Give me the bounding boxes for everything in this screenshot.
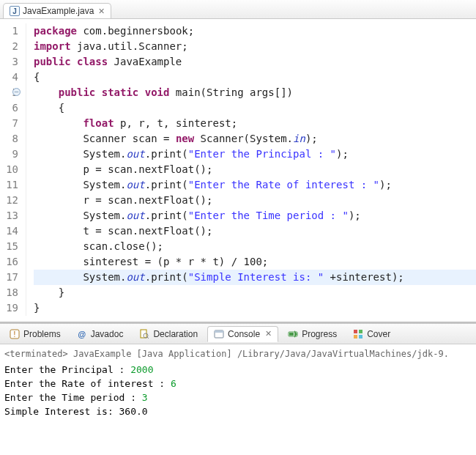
code-line[interactable]: t = scan.nextFloat();: [34, 223, 476, 239]
close-icon[interactable]: ✕: [98, 7, 105, 16]
declaration-icon: [139, 329, 149, 339]
line-number: 19: [4, 300, 18, 316]
editor-tab-javaexample[interactable]: J JavaExample.java ✕: [3, 3, 111, 18]
code-line[interactable]: {: [34, 100, 476, 116]
svg-rect-11: [354, 335, 357, 339]
line-number: 15: [4, 239, 18, 254]
tab-javadoc[interactable]: @ Javadoc: [70, 326, 130, 342]
tab-console[interactable]: Console ✕: [207, 326, 278, 342]
line-number: 5–: [4, 85, 18, 100]
tab-problems[interactable]: ! Problems: [3, 326, 67, 342]
tab-progress[interactable]: Progress: [281, 326, 343, 342]
code-line[interactable]: r = scan.nextFloat();: [34, 193, 476, 208]
progress-icon: [288, 329, 298, 339]
svg-rect-10: [359, 330, 362, 333]
bottom-panel: ! Problems @ Javadoc Declaration Console…: [0, 322, 476, 421]
bottom-tab-bar: ! Problems @ Javadoc Declaration Console…: [0, 324, 476, 344]
tab-label: Progress: [302, 329, 337, 339]
editor-tab-label: JavaExample.java: [23, 6, 94, 16]
svg-rect-9: [354, 330, 357, 333]
tab-label: Javadoc: [91, 329, 124, 339]
code-line[interactable]: System.out.print("Enter the Principal : …: [34, 147, 476, 162]
code-line[interactable]: scan.close();: [34, 239, 476, 254]
console-line: Enter the Time period : 3: [4, 391, 472, 404]
svg-rect-12: [359, 335, 362, 339]
coverage-icon: [353, 329, 363, 339]
line-number: 17: [4, 270, 18, 285]
console-process-header: <terminated> JavaExample [Java Applicati…: [4, 347, 472, 361]
code-line[interactable]: System.out.print("Enter the Time period …: [34, 208, 476, 223]
code-line[interactable]: Scanner scan = new Scanner(System.in);: [34, 131, 476, 147]
tab-label: Declaration: [153, 329, 198, 339]
console-line: Enter the Rate of interest : 6: [4, 377, 472, 391]
svg-line-4: [147, 337, 149, 339]
code-line[interactable]: public class JavaExample: [34, 54, 476, 70]
editor-pane: J JavaExample.java ✕ 12345–6789101112131…: [0, 0, 476, 322]
line-number: 18: [4, 285, 18, 300]
console-icon: [214, 329, 224, 339]
close-icon[interactable]: ✕: [265, 329, 272, 339]
line-number: 1: [4, 23, 18, 39]
code-line[interactable]: }: [34, 285, 476, 300]
line-number: 16: [4, 254, 18, 270]
line-number: 10: [4, 162, 18, 177]
tab-label: Problems: [23, 329, 61, 339]
fold-toggle-icon[interactable]: –: [12, 88, 21, 96]
code-line[interactable]: System.out.print("Simple Interest is: " …: [34, 270, 476, 285]
code-line[interactable]: }: [34, 300, 476, 316]
code-body[interactable]: package com.beginnersbook;import java.ut…: [26, 23, 476, 316]
line-number: 11: [4, 177, 18, 193]
tab-coverage[interactable]: Cover: [346, 326, 397, 342]
code-editor[interactable]: 12345–678910111213141516171819 package c…: [0, 19, 476, 322]
console-line: Simple Interest is: 360.0: [4, 404, 472, 418]
svg-rect-6: [215, 330, 223, 333]
tab-label: Cover: [367, 329, 390, 339]
code-line[interactable]: import java.util.Scanner;: [34, 39, 476, 54]
code-line[interactable]: System.out.print("Enter the Rate of inte…: [34, 177, 476, 193]
line-number: 3: [4, 54, 18, 70]
tab-label: Console: [228, 329, 260, 339]
code-line[interactable]: p = scan.nextFloat();: [34, 162, 476, 177]
console-line: Enter the Principal : 2000: [4, 363, 472, 377]
code-line[interactable]: public static void main(String args[]): [34, 85, 476, 100]
code-line[interactable]: sinterest = (p * r * t) / 100;: [34, 254, 476, 270]
line-number: 13: [4, 208, 18, 223]
code-line[interactable]: float p, r, t, sinterest;: [34, 116, 476, 131]
line-number: 2: [4, 39, 18, 54]
code-line[interactable]: {: [34, 70, 476, 85]
tab-declaration[interactable]: Declaration: [133, 326, 204, 342]
line-number: 8: [4, 131, 18, 147]
svg-rect-8: [289, 333, 294, 336]
line-number: 7: [4, 116, 18, 131]
problems-icon: !: [10, 329, 20, 339]
line-number: 14: [4, 223, 18, 239]
line-number: 9: [4, 147, 18, 162]
javadoc-icon: @: [77, 329, 87, 339]
console-lines: Enter the Principal : 2000Enter the Rate…: [4, 363, 472, 418]
code-line[interactable]: package com.beginnersbook;: [34, 23, 476, 39]
line-number: 6: [4, 100, 18, 116]
line-number: 12: [4, 193, 18, 208]
svg-text:!: !: [14, 330, 16, 339]
console-output[interactable]: <terminated> JavaExample [Java Applicati…: [0, 344, 476, 421]
line-number: 4: [4, 70, 18, 85]
editor-tab-bar: J JavaExample.java ✕: [0, 0, 476, 19]
line-number-gutter: 12345–678910111213141516171819: [0, 23, 26, 316]
java-file-icon: J: [10, 6, 20, 16]
